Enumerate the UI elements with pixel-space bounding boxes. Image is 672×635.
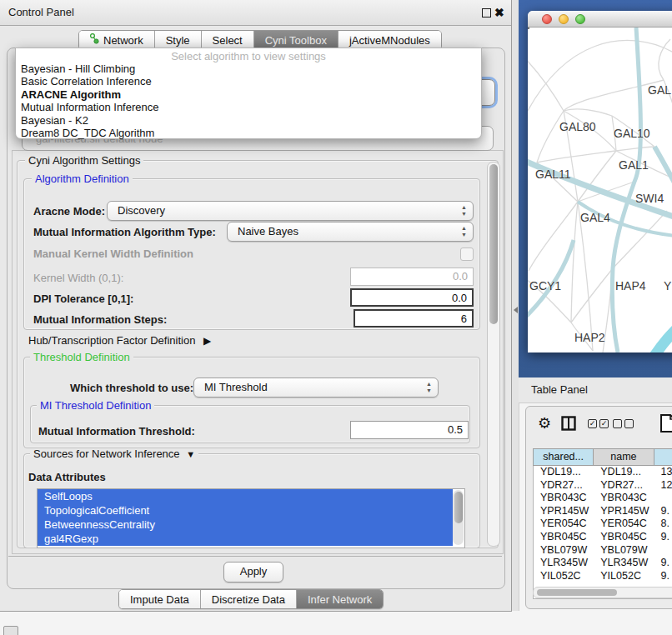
node-label: HAP2 <box>574 331 605 344</box>
column-header-partial[interactable] <box>654 449 672 465</box>
apply-button[interactable]: Apply <box>223 562 283 582</box>
table-row[interactable]: YBR043CYBR043C <box>534 492 672 505</box>
mi-steps-field[interactable]: 6 <box>354 309 474 328</box>
table-row[interactable]: YDL19...YDL19...13 <box>534 466 672 479</box>
list-scrollbar-thumb[interactable] <box>454 492 463 523</box>
algorithm-option[interactable]: Bayesian - K2 <box>16 114 481 127</box>
control-panel-title: Control Panel <box>8 0 74 25</box>
stepper-arrows-icon: ▲▼ <box>461 204 467 218</box>
tab-network[interactable]: Network <box>79 31 155 49</box>
settings-scrollbar[interactable] <box>487 162 500 547</box>
gear-icon[interactable]: ⚙ <box>538 414 551 432</box>
sources-toggle[interactable]: Sources for Network Inference ▼ <box>30 448 198 460</box>
node-label: GAL80 <box>559 120 596 133</box>
tab-select-label: Select <box>213 32 243 49</box>
network-window-titlebar[interactable] <box>528 11 672 28</box>
chevron-right-icon: ▶ <box>203 335 211 347</box>
tab-network-label: Network <box>103 32 143 49</box>
data-attributes-list: SelfLoops TopologicalCoefficient Between… <box>37 488 465 548</box>
stepper-arrows-icon: ▲▼ <box>461 225 467 238</box>
node-label: GAL1 <box>619 158 649 172</box>
table-body: YDL19...YDL19...13 YDR27...YDR27...12 YB… <box>533 466 672 599</box>
dpi-tolerance-field[interactable]: 0.0 <box>350 288 474 307</box>
settings-scrollbar-thumb[interactable] <box>489 164 498 324</box>
mi-type-select[interactable]: Naive Bayes ▲▼ <box>227 222 474 242</box>
manual-kernel-label: Manual Kernel Width Definition <box>33 248 193 260</box>
list-item[interactable]: TopologicalCoefficient <box>38 503 453 518</box>
table-row[interactable]: YLR345WYLR345W9. <box>534 557 672 570</box>
mi-threshold-field[interactable]: 0.5 <box>350 421 469 439</box>
close-icon[interactable]: ✖ <box>494 6 504 19</box>
which-threshold-value: MI Threshold <box>204 381 268 393</box>
separator <box>8 556 502 557</box>
list-scrollbar[interactable] <box>453 490 464 545</box>
list-item[interactable]: SelfLoops <box>38 489 453 503</box>
sources-title: Sources for Network Inference <box>33 448 180 460</box>
tab-style[interactable]: Style <box>155 31 202 49</box>
kernel-width-label: Kernel Width (0,1): <box>33 272 123 284</box>
control-panel-titlebar <box>0 0 511 26</box>
network-canvas[interactable]: GAL GAL80 GAL10 GAL1 GAL11 SWI4 GAL4 GCY… <box>528 28 672 352</box>
table-row[interactable]: YPR145WYPR145W9. <box>534 505 672 518</box>
table-row[interactable]: YBR045CYBR045C9. <box>534 531 672 544</box>
dropdown-placeholder: Select algorithm to view settings <box>16 50 481 62</box>
table-row[interactable]: YBL079WYBL079W <box>534 544 672 558</box>
manual-kernel-checkbox[interactable] <box>460 248 474 261</box>
table-header: shared... name <box>533 448 672 466</box>
node-label: GAL <box>648 83 671 97</box>
which-threshold-label: Which threshold to use: <box>70 382 193 394</box>
close-traffic-icon[interactable] <box>542 14 552 24</box>
column-header-shared-name[interactable]: shared... <box>534 449 594 465</box>
select-all-icon[interactable]: ✓✓ <box>588 419 611 432</box>
minimize-traffic-icon[interactable] <box>559 14 569 24</box>
tab-discretize-data-label: Discretize Data <box>212 591 285 608</box>
mi-type-label: Mutual Information Algorithm Type: <box>33 226 216 238</box>
tab-cyni-toolbox[interactable]: Cyni Toolbox <box>254 31 339 49</box>
aracne-mode-label: Aracne Mode: <box>33 205 105 218</box>
table-row[interactable]: YIL052CYIL052C9. <box>534 570 672 583</box>
network-node[interactable] <box>528 28 529 29</box>
export-table-icon[interactable] <box>659 413 672 433</box>
tab-select[interactable]: Select <box>202 31 254 49</box>
network-edges <box>528 28 672 352</box>
algorithm-option[interactable]: Dream8 DC_TDC Algorithm <box>16 127 481 139</box>
hub-definition-label: Hub/Transcription Factor Definition <box>28 334 195 347</box>
hub-definition-toggle[interactable]: Hub/Transcription Factor Definition ▶ <box>28 334 211 347</box>
cyni-algorithm-settings-title: Cyni Algorithm Settings <box>25 155 143 166</box>
kernel-width-field[interactable]: 0.0 <box>350 268 474 286</box>
which-threshold-select[interactable]: MI Threshold ▲▼ <box>193 378 439 398</box>
aracne-mode-select[interactable]: Discovery ▲▼ <box>107 201 474 221</box>
tab-impute-data[interactable]: Impute Data <box>119 590 201 608</box>
list-item[interactable]: BetweennessCentrality <box>38 518 453 532</box>
column-chooser-icon[interactable] <box>561 416 576 431</box>
table-row[interactable]: YDR27...YDR27...12 <box>534 479 672 492</box>
list-item[interactable]: gal4RGexp <box>38 532 453 546</box>
algorithm-option[interactable]: Basic Correlation Inference <box>16 75 481 88</box>
tab-jactivemnodules-label: jActiveMNodules <box>349 32 430 49</box>
tab-infer-network[interactable]: Infer Network <box>297 590 383 608</box>
float-icon[interactable] <box>482 8 491 18</box>
chevron-down-icon: ▼ <box>186 449 195 459</box>
cytoscape-desktop: GAL GAL80 GAL10 GAL1 GAL11 SWI4 GAL4 GCY… <box>519 0 672 378</box>
screen: Control Panel ✖ Network Style Select Cyn… <box>0 0 672 635</box>
divider-collapse-arrow-icon[interactable] <box>514 307 518 313</box>
tab-discretize-data[interactable]: Discretize Data <box>201 590 297 608</box>
minimized-panel-icon[interactable] <box>3 626 18 635</box>
tab-jactivemnodules[interactable]: jActiveMNodules <box>339 31 441 49</box>
node-label: SWI4 <box>635 192 664 205</box>
node-table: shared... name YDL19...YDL19...13 YDR27.… <box>533 448 672 599</box>
table-horizontal-scrollbar[interactable] <box>533 587 672 598</box>
table-panel-window: ⚙ ✓✓ shared... name YDL19...YDL19...13 Y… <box>525 406 672 609</box>
unselect-all-icon[interactable] <box>613 419 636 432</box>
tab-impute-data-label: Impute Data <box>130 591 189 608</box>
column-header-name[interactable]: name <box>594 449 654 465</box>
mi-steps-label: Mutual Information Steps: <box>33 313 167 326</box>
zoom-traffic-icon[interactable] <box>575 14 585 24</box>
algorithm-option[interactable]: Mutual Information Inference <box>16 101 481 113</box>
algorithm-option-selected[interactable]: ARACNE Algorithm <box>16 88 481 101</box>
table-horizontal-scrollbar-thumb[interactable] <box>537 589 617 596</box>
node-label: HAP4 <box>615 279 646 292</box>
algorithm-option[interactable]: Bayesian - Hill Climbing <box>16 62 481 75</box>
stepper-arrows-icon: ▲▼ <box>426 381 432 394</box>
table-row[interactable]: YER054CYER054C8. <box>534 518 672 531</box>
